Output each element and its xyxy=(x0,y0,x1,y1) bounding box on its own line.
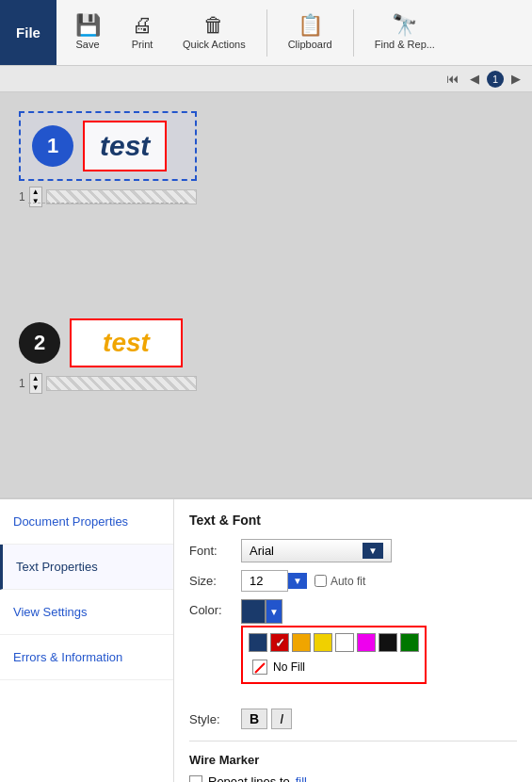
toolbar-separator-2 xyxy=(353,9,354,57)
widget-2-text-box[interactable]: test xyxy=(70,318,183,367)
italic-label: I xyxy=(280,711,283,726)
style-row: Style: B I xyxy=(189,709,517,729)
nav-back-back-button[interactable]: ⏮ xyxy=(443,70,462,88)
save-label: Save xyxy=(75,39,99,50)
italic-button[interactable]: I xyxy=(271,709,292,729)
font-dropdown-arrow[interactable]: ▼ xyxy=(363,543,383,559)
file-button[interactable]: File xyxy=(0,0,56,65)
size-label: Size: xyxy=(189,574,241,588)
widget-1-circle: 1 xyxy=(32,125,73,167)
find-replace-label: Find & Rep... xyxy=(375,39,435,50)
canvas: 1 test 1 ▲ ▼ 2 test 1 xyxy=(0,92,532,497)
color-dropdown-button[interactable]: ▼ xyxy=(266,599,282,624)
wire-text: Repeat lines to xyxy=(208,774,290,782)
print-label: Print xyxy=(132,39,153,50)
font-row: Font: Arial ▼ xyxy=(189,539,517,562)
no-fill-option[interactable]: No Fill xyxy=(249,658,419,676)
color-swatch-white[interactable] xyxy=(335,633,354,652)
style-label: Style: xyxy=(189,712,241,726)
widget-2-hatch xyxy=(46,376,197,391)
color-swatch-red[interactable] xyxy=(270,633,289,652)
auto-fit-input[interactable] xyxy=(314,575,327,587)
nav-forward-button[interactable]: ▶ xyxy=(508,70,524,88)
widget-2-circle-num: 2 xyxy=(34,331,45,355)
widget-2-inner: 2 test xyxy=(19,318,197,367)
color-swatch-yellow[interactable] xyxy=(314,633,332,652)
auto-fit-checkbox[interactable]: Auto fit xyxy=(314,575,365,588)
wire-row: Repeat lines to fill xyxy=(189,774,517,782)
color-current-swatch[interactable] xyxy=(241,599,266,624)
color-popup: No Fill xyxy=(241,626,427,684)
size-row: Size: 12 ▼ Auto fit xyxy=(189,570,517,592)
properties-panel: Document Properties Text Properties View… xyxy=(0,497,532,782)
find-replace-button[interactable]: 🔭 Find & Rep... xyxy=(365,11,444,54)
widget-1-spinner[interactable]: ▲ ▼ xyxy=(29,187,42,207)
wire-fill-link[interactable]: fill xyxy=(296,774,307,782)
clipboard-button[interactable]: 📋 Clipboard xyxy=(279,11,342,54)
clipboard-label: Clipboard xyxy=(288,39,332,50)
color-swatch-orange[interactable] xyxy=(292,633,311,652)
widget-2-bottom: 1 ▲ ▼ xyxy=(19,373,197,394)
sidebar-item-document-properties-label: Document Properties xyxy=(13,514,128,529)
sidebar-item-errors-information-label: Errors & Information xyxy=(13,650,122,664)
sidebar: Document Properties Text Properties View… xyxy=(0,499,174,782)
sidebar-item-text-properties-label: Text Properties xyxy=(16,560,98,574)
print-button[interactable]: 🖨 Print xyxy=(119,11,166,54)
widget-2-spinner[interactable]: ▲ ▼ xyxy=(29,373,42,394)
sidebar-item-document-properties[interactable]: Document Properties xyxy=(0,499,173,545)
font-label: Font: xyxy=(189,544,241,558)
print-icon: 🖨 xyxy=(132,15,153,36)
size-dropdown-arrow[interactable]: ▼ xyxy=(288,573,307,589)
sidebar-item-text-properties[interactable]: Text Properties xyxy=(0,545,173,590)
find-replace-icon: 🔭 xyxy=(392,15,417,36)
quick-actions-button[interactable]: 🗑 Quick Actions xyxy=(173,11,255,54)
color-swatch-black[interactable] xyxy=(379,633,397,652)
widget-1-text: test xyxy=(100,130,150,162)
widget-2-text: test xyxy=(103,328,150,357)
widget-1-bottom-num: 1 xyxy=(19,190,25,204)
widget-2-circle: 2 xyxy=(19,322,60,364)
section-title: Text & Font xyxy=(189,513,517,528)
widget-2-bottom-num: 1 xyxy=(19,377,25,390)
wire-section-title: Wire Marker xyxy=(189,753,517,767)
size-input[interactable]: 12 xyxy=(241,570,288,592)
color-picker: ▼ No Fill xyxy=(241,599,282,624)
bold-button[interactable]: B xyxy=(241,709,267,729)
widget-2: 2 test 1 ▲ ▼ xyxy=(19,318,197,394)
nav-page-badge: 1 xyxy=(487,71,504,88)
size-value: 12 xyxy=(250,574,263,588)
widget-1-dashed-container: 1 test xyxy=(19,111,197,181)
save-icon: 💾 xyxy=(75,15,101,36)
color-row: Color: ▼ xyxy=(189,599,517,624)
quick-actions-label: Quick Actions xyxy=(183,39,246,50)
sidebar-item-view-settings-label: View Settings xyxy=(13,605,88,619)
toolbar-buttons: 💾 Save 🖨 Print 🗑 Quick Actions 📋 Clipboa… xyxy=(56,0,452,65)
widget-1-bottom: 1 ▲ ▼ xyxy=(19,187,197,207)
section-divider xyxy=(189,741,517,741)
font-select[interactable]: Arial ▼ xyxy=(241,539,392,562)
color-swatch-blue[interactable] xyxy=(249,633,267,652)
file-label: File xyxy=(16,24,40,41)
save-button[interactable]: 💾 Save xyxy=(64,11,111,54)
quick-actions-icon: 🗑 xyxy=(203,15,224,36)
properties-content: Text & Font Font: Arial ▼ Size: 12 ▼ Aut… xyxy=(174,499,532,782)
no-fill-label: No Fill xyxy=(273,660,305,674)
sidebar-item-errors-information[interactable]: Errors & Information xyxy=(0,635,173,680)
nav-bar: ⏮ ◀ 1 ▶ xyxy=(0,66,532,92)
toolbar-separator-1 xyxy=(266,9,267,57)
widget-1-text-box[interactable]: test xyxy=(83,121,167,171)
font-value: Arial xyxy=(250,544,274,558)
auto-fit-label: Auto fit xyxy=(330,575,365,588)
no-fill-icon xyxy=(252,660,267,675)
nav-back-button[interactable]: ◀ xyxy=(466,70,483,88)
color-label: Color: xyxy=(189,599,241,617)
color-swatches xyxy=(249,633,419,652)
wire-checkbox[interactable] xyxy=(189,775,202,783)
widget-1-circle-num: 1 xyxy=(47,134,58,158)
widget-1: 1 test 1 ▲ ▼ xyxy=(19,111,197,207)
sidebar-item-view-settings[interactable]: View Settings xyxy=(0,590,173,635)
clipboard-icon: 📋 xyxy=(298,15,323,36)
toolbar: File 💾 Save 🖨 Print 🗑 Quick Actions 📋 Cl… xyxy=(0,0,532,66)
color-swatch-magenta[interactable] xyxy=(357,633,376,652)
color-swatch-green[interactable] xyxy=(400,633,419,652)
